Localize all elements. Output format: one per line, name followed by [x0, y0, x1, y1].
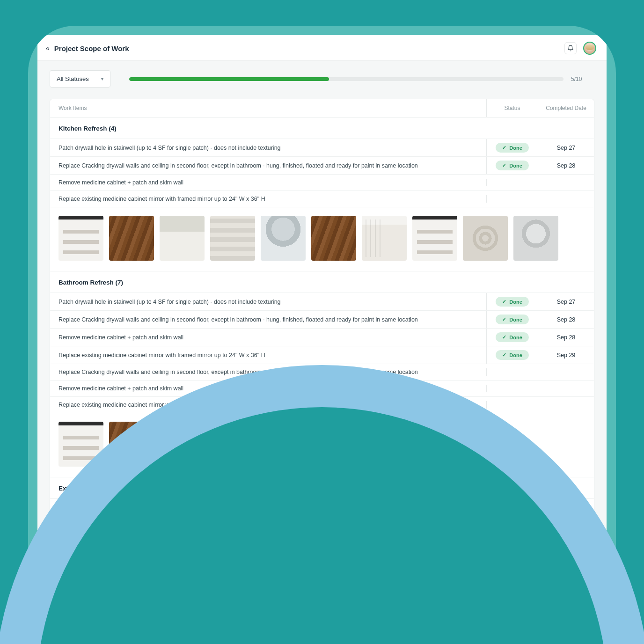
status-badge-label: Done	[509, 352, 522, 358]
status-badge-label: Done	[509, 299, 522, 305]
table-row[interactable]: Replace Cracking drywall walls and ceili…	[50, 311, 594, 329]
status-badge-done: ✓Done	[496, 315, 529, 324]
notifications-button[interactable]	[564, 42, 577, 54]
work-item-status: ✓Done	[486, 293, 538, 310]
table-row[interactable]: Remove medicine cabinet + patch and skim…	[50, 175, 594, 191]
status-filter-label: All Statuses	[57, 75, 89, 82]
chevron-down-icon: ▾	[101, 76, 103, 81]
table-row[interactable]: Patch drywall hole in stairwell (up to 4…	[50, 139, 594, 157]
section-title: Bathroom Refresh (7)	[50, 271, 594, 293]
check-icon: ✓	[502, 352, 506, 358]
thumbnail[interactable]	[463, 216, 508, 261]
app-header: « Project Scope of Work	[37, 35, 607, 61]
work-item-status	[486, 368, 538, 376]
work-item-date: Sep 28	[538, 158, 594, 174]
thumbnail[interactable]	[109, 216, 154, 261]
page-background: « Project Scope of Work Al	[0, 0, 644, 644]
work-item-status: ✓Done	[486, 139, 538, 156]
check-icon: ✓	[502, 145, 506, 151]
work-item-status	[486, 401, 538, 409]
work-item-date	[538, 194, 594, 204]
thumbnail[interactable]	[513, 216, 558, 261]
thumbnail[interactable]	[210, 216, 255, 261]
table-header: Work Items Status Completed Date	[50, 99, 594, 117]
work-item-date	[538, 367, 594, 377]
check-icon: ✓	[502, 299, 506, 305]
progress-fill	[129, 77, 329, 81]
status-badge-done: ✓Done	[496, 332, 529, 342]
header-right	[564, 42, 596, 55]
work-item-status: ✓Done	[486, 157, 538, 174]
progress-bar	[129, 77, 564, 81]
work-item-text: Replace Cracking drywall walls and ceili…	[50, 158, 486, 174]
progress-label: 5/10	[571, 76, 594, 82]
work-item-date: Sep 29	[538, 347, 594, 363]
work-item-status	[486, 195, 538, 203]
work-item-text: Replace Cracking drywall walls and ceili…	[50, 312, 486, 328]
section-title: Kitchen Refresh (4)	[50, 117, 594, 139]
table-row[interactable]: Patch drywall hole in stairwell (up to 4…	[50, 293, 594, 311]
status-badge-done: ✓Done	[496, 143, 529, 153]
work-item-date: Sep 28	[538, 329, 594, 345]
status-badge-label: Done	[509, 163, 522, 168]
status-badge-done: ✓Done	[496, 161, 529, 170]
thumbnail[interactable]	[160, 216, 205, 261]
work-item-text: Remove medicine cabinet + patch and skim…	[50, 329, 486, 345]
work-item-status: ✓Done	[486, 329, 538, 346]
page-title: Project Scope of Work	[54, 44, 129, 52]
thumbnail-strip	[50, 207, 594, 271]
table-row[interactable]: Replace Cracking drywall walls and ceili…	[50, 157, 594, 175]
work-item-date	[538, 178, 594, 187]
status-badge-done: ✓Done	[496, 350, 529, 360]
work-item-date: Sep 27	[538, 140, 594, 156]
work-item-text: Patch drywall hole in stairwell (up to 4…	[50, 294, 486, 310]
thumbnail[interactable]	[362, 216, 407, 261]
check-icon: ✓	[502, 334, 506, 340]
work-item-text: Remove medicine cabinet + patch and skim…	[50, 175, 486, 190]
work-item-status: ✓Done	[486, 346, 538, 364]
column-header-date: Completed Date	[538, 99, 594, 117]
back-chevrons-icon[interactable]: «	[46, 44, 50, 52]
thumbnail[interactable]	[261, 216, 306, 261]
thumbnail[interactable]	[59, 216, 103, 261]
table-row[interactable]: Remove medicine cabinet + patch and skim…	[50, 329, 594, 346]
check-icon: ✓	[502, 316, 506, 322]
table-row[interactable]: Replace existing medicine cabinet mirror…	[50, 191, 594, 207]
work-item-text: Patch drywall hole in stairwell (up to 4…	[50, 140, 486, 156]
status-badge-label: Done	[509, 335, 522, 340]
bell-icon	[567, 45, 574, 51]
work-item-status	[486, 179, 538, 186]
work-item-date	[538, 400, 594, 410]
check-icon: ✓	[502, 162, 506, 168]
status-badge-label: Done	[509, 317, 522, 322]
thumbnail[interactable]	[311, 216, 356, 261]
user-avatar[interactable]	[583, 42, 596, 55]
column-header-work: Work Items	[50, 99, 486, 117]
status-badge-done: ✓Done	[496, 297, 529, 307]
header-left: « Project Scope of Work	[46, 44, 129, 52]
work-item-date: Sep 28	[538, 312, 594, 328]
status-filter-select[interactable]: All Statuses ▾	[50, 70, 110, 88]
thumbnail[interactable]	[412, 216, 457, 261]
table-row[interactable]: Replace existing medicine cabinet mirror…	[50, 346, 594, 364]
work-item-text: Replace existing medicine cabinet mirror…	[50, 191, 486, 207]
work-item-date: Sep 27	[538, 294, 594, 310]
filter-row: All Statuses ▾ 5/10	[50, 70, 594, 88]
work-item-text: Replace existing medicine cabinet mirror…	[50, 347, 486, 363]
column-header-status: Status	[486, 99, 538, 117]
work-item-date	[538, 384, 594, 393]
status-badge-label: Done	[509, 145, 522, 151]
work-item-status: ✓Done	[486, 311, 538, 328]
work-item-status	[486, 385, 538, 392]
progress-wrap: 5/10	[129, 76, 594, 82]
